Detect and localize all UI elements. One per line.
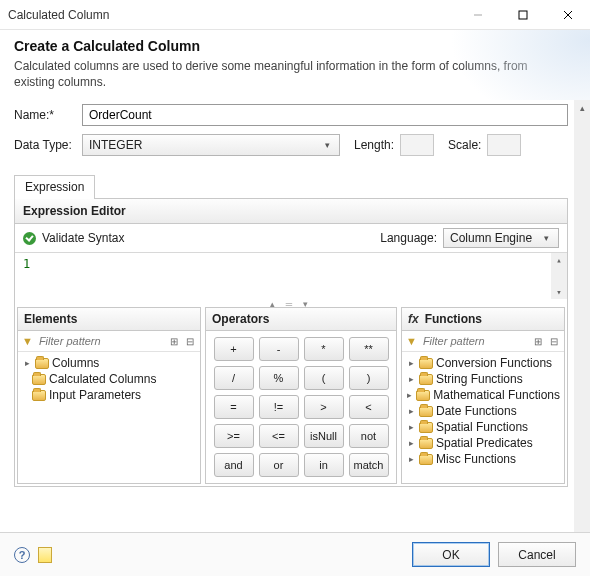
- expression-editor-title: Expression Editor: [15, 199, 567, 224]
- folder-icon: [419, 406, 433, 417]
- expression-text: 1: [23, 257, 30, 271]
- ok-button[interactable]: OK: [412, 542, 490, 567]
- tree-item[interactable]: ▸Date Functions: [406, 403, 560, 419]
- folder-icon: [419, 358, 433, 369]
- operator-button[interactable]: **: [349, 337, 389, 361]
- operator-button[interactable]: <=: [259, 424, 299, 448]
- cancel-button[interactable]: Cancel: [498, 542, 576, 567]
- dialog-button-bar: ? OK Cancel: [0, 532, 590, 576]
- operator-button[interactable]: (: [304, 366, 344, 390]
- tree-item-columns[interactable]: ▸ Columns: [22, 355, 196, 371]
- horizontal-splitter[interactable]: ▴ ═ ▾: [15, 299, 567, 307]
- elements-filter-input[interactable]: [37, 333, 164, 349]
- operator-button[interactable]: match: [349, 453, 389, 477]
- tree-item[interactable]: ▸Mathematical Functions: [406, 387, 560, 403]
- functions-filter-input[interactable]: [421, 333, 528, 349]
- tree-item[interactable]: ▸Spatial Functions: [406, 419, 560, 435]
- elements-pane: Elements ▼ ⊞ ⊟ ▸ Columns Calculated C: [17, 307, 201, 484]
- language-combo[interactable]: Column Engine ▾: [443, 228, 559, 248]
- help-icon[interactable]: ?: [14, 547, 30, 563]
- language-value: Column Engine: [450, 231, 532, 245]
- filter-icon: ▼: [22, 335, 33, 347]
- tree-item-calculated-columns[interactable]: Calculated Columns: [22, 371, 196, 387]
- folder-icon: [419, 454, 433, 465]
- operator-button[interactable]: *: [304, 337, 344, 361]
- dialog-description: Calculated columns are used to derive so…: [14, 58, 554, 90]
- tree-item[interactable]: ▸String Functions: [406, 371, 560, 387]
- chevron-right-icon: ▸: [406, 422, 416, 432]
- expression-scrollbar[interactable]: ▴▾: [551, 253, 567, 299]
- window-titlebar: Calculated Column: [0, 0, 590, 30]
- functions-toolbar: ▼ ⊞ ⊟: [402, 331, 564, 352]
- maximize-button[interactable]: [500, 0, 545, 29]
- tabstrip: Expression: [14, 174, 568, 198]
- fx-icon: fx: [408, 312, 419, 326]
- collapse-all-icon[interactable]: ⊟: [548, 336, 560, 347]
- elements-toolbar: ▼ ⊞ ⊟: [18, 331, 200, 352]
- functions-pane: fx Functions ▼ ⊞ ⊟ ▸Conversion Functions…: [401, 307, 565, 484]
- chevron-down-icon: ▾: [319, 140, 335, 150]
- filter-icon: ▼: [406, 335, 417, 347]
- chevron-right-icon: ▸: [406, 390, 413, 400]
- tree-item[interactable]: ▸Conversion Functions: [406, 355, 560, 371]
- operator-button[interactable]: /: [214, 366, 254, 390]
- operators-pane: Operators +-***/%()=!=><>=<=isNullnotand…: [205, 307, 397, 484]
- operator-button[interactable]: !=: [259, 395, 299, 419]
- tree-item[interactable]: ▸Spatial Predicates: [406, 435, 560, 451]
- scale-input[interactable]: [487, 134, 521, 156]
- name-row: Name:*: [14, 104, 568, 126]
- operator-button[interactable]: in: [304, 453, 344, 477]
- chevron-right-icon: ▸: [406, 454, 416, 464]
- operator-button[interactable]: or: [259, 453, 299, 477]
- window-title: Calculated Column: [8, 8, 455, 22]
- expand-all-icon[interactable]: ⊞: [532, 336, 544, 347]
- tree-item[interactable]: ▸Misc Functions: [406, 451, 560, 467]
- content-scrollbar[interactable]: ▴ ▾: [574, 100, 590, 552]
- operator-button[interactable]: =: [214, 395, 254, 419]
- chevron-down-icon: ▾: [538, 233, 554, 243]
- validate-syntax-link[interactable]: Validate Syntax: [42, 231, 125, 245]
- functions-tree[interactable]: ▸Conversion Functions▸String Functions▸M…: [402, 352, 564, 471]
- operator-button[interactable]: %: [259, 366, 299, 390]
- elements-tree[interactable]: ▸ Columns Calculated Columns Input Param…: [18, 352, 200, 407]
- name-input[interactable]: [82, 104, 568, 126]
- elements-title: Elements: [18, 308, 200, 331]
- datatype-label: Data Type:: [14, 138, 82, 152]
- operator-button[interactable]: <: [349, 395, 389, 419]
- operator-button[interactable]: >: [304, 395, 344, 419]
- tab-body: Expression Editor Validate Syntax Langua…: [14, 198, 568, 487]
- dialog-title: Create a Calculated Column: [14, 38, 576, 54]
- expand-all-icon[interactable]: ⊞: [168, 336, 180, 347]
- operator-button[interactable]: +: [214, 337, 254, 361]
- tab-expression[interactable]: Expression: [14, 175, 95, 199]
- operator-button[interactable]: ): [349, 366, 389, 390]
- chevron-right-icon: ▸: [406, 374, 416, 384]
- operator-button[interactable]: and: [214, 453, 254, 477]
- name-label: Name:*: [14, 108, 82, 122]
- operator-button[interactable]: >=: [214, 424, 254, 448]
- chevron-right-icon: ▸: [22, 358, 32, 368]
- folder-icon: [419, 374, 433, 385]
- operator-button[interactable]: isNull: [304, 424, 344, 448]
- functions-title: fx Functions: [402, 308, 564, 331]
- datatype-row: Data Type: INTEGER ▾ Length: Scale:: [14, 134, 568, 156]
- collapse-all-icon[interactable]: ⊟: [184, 336, 196, 347]
- length-label: Length:: [354, 138, 394, 152]
- folder-icon: [419, 438, 433, 449]
- bottom-panes: Elements ▼ ⊞ ⊟ ▸ Columns Calculated C: [15, 307, 567, 486]
- close-button[interactable]: [545, 0, 590, 29]
- note-icon[interactable]: [38, 547, 52, 563]
- folder-icon: [416, 390, 430, 401]
- folder-icon: [35, 358, 49, 369]
- datatype-combo[interactable]: INTEGER ▾: [82, 134, 340, 156]
- tree-item-input-parameters[interactable]: Input Parameters: [22, 387, 196, 403]
- scale-label: Scale:: [448, 138, 481, 152]
- dialog-content: ▴ ▾ Name:* Data Type: INTEGER ▾ Length: …: [0, 100, 590, 552]
- operator-button[interactable]: -: [259, 337, 299, 361]
- length-input[interactable]: [400, 134, 434, 156]
- chevron-right-icon: ▸: [406, 406, 416, 416]
- datatype-value: INTEGER: [89, 138, 142, 152]
- expression-textarea[interactable]: 1 ▴▾: [15, 253, 567, 299]
- operator-button[interactable]: not: [349, 424, 389, 448]
- minimize-button[interactable]: [455, 0, 500, 29]
